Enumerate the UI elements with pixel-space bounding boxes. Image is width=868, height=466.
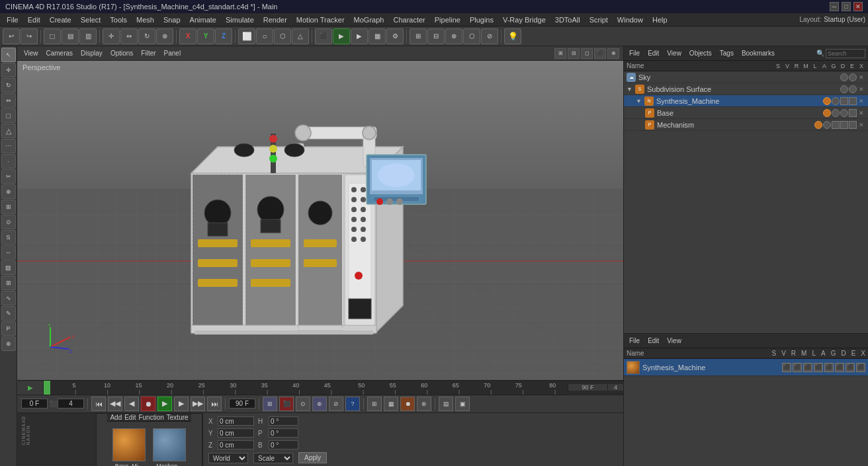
vp-menu-display[interactable]: Display (78, 49, 105, 58)
menu-character[interactable]: Character (389, 15, 429, 24)
mech-dot-1[interactable] (814, 121, 822, 129)
om-menu-edit[interactable]: Edit (645, 49, 662, 58)
redo-button[interactable]: ↪ (21, 28, 38, 44)
coord-scale-select[interactable]: Scale (253, 453, 293, 463)
sky-x[interactable]: ✕ (857, 73, 865, 81)
timeline-ruler[interactable]: 0 5 10 15 20 25 30 35 (44, 381, 568, 395)
mat-row-synthesis[interactable]: Synthesis_Machine ⬛ ⬛ ⬛ ⬛ ⬛ ⬛ ⬛ ⬛ (624, 359, 868, 376)
sky-dot-2[interactable] (849, 73, 857, 81)
vp-ctrl-4[interactable]: ⬛ (594, 48, 606, 59)
left-tool-magnet[interactable]: ⊕ (1, 184, 16, 199)
obj-row-synthesis-machine[interactable]: ▼ N Synthesis_Machine ✕ (624, 95, 868, 107)
left-tool-edge[interactable]: ⋯ (1, 139, 16, 153)
mat-edit-menu[interactable]: Edit (124, 414, 136, 421)
snap4-button[interactable]: ⊘ (481, 28, 498, 44)
syn-dot-2[interactable] (832, 97, 840, 105)
snap3-button[interactable]: ⬡ (463, 28, 480, 44)
menu-pipeline[interactable]: Pipeline (431, 15, 464, 24)
menu-select[interactable]: Select (77, 15, 105, 24)
record2-btn[interactable]: ⏺ (400, 397, 415, 411)
vp-menu-filter[interactable]: Filter (138, 49, 158, 58)
coord-z-input[interactable] (218, 440, 254, 449)
coord-apply-button[interactable]: Apply (298, 452, 327, 463)
render-active-button[interactable]: ▶ (351, 28, 368, 44)
menu-edit[interactable]: Edit (24, 15, 44, 24)
sub-dot-1[interactable] (840, 85, 848, 93)
z-axis-button[interactable]: Z (215, 28, 232, 44)
move-tool-button[interactable]: ✛ (103, 28, 120, 44)
record-button[interactable]: ⏺ (141, 397, 155, 411)
viewport-3d[interactable]: Perspective Grid Spacing : 100 cm (17, 61, 623, 380)
coord-x-input[interactable] (218, 416, 254, 426)
coord-b-input[interactable] (269, 440, 298, 449)
vp-menu-view[interactable]: View (21, 49, 41, 58)
left-tool-python[interactable]: P (1, 321, 16, 336)
cylinder-button[interactable]: ⬡ (274, 28, 291, 44)
om-menu-file[interactable]: File (627, 49, 642, 58)
keyframe-btn-1[interactable]: ⊞ (263, 397, 277, 411)
keyframe-btn-2[interactable]: ⬛ (279, 397, 294, 411)
mat-thumb-mechan[interactable]: Mechan... (152, 428, 188, 466)
mech-dot-2[interactable] (823, 121, 831, 129)
sphere-button[interactable]: ○ (256, 28, 273, 44)
mm-menu-view[interactable]: View (664, 336, 684, 345)
syn-sq-2[interactable] (849, 97, 857, 105)
base-dot-1[interactable] (823, 109, 831, 117)
left-tool-spline[interactable]: ∿ (1, 291, 16, 305)
new-button[interactable]: □ (44, 28, 61, 44)
left-tool-mirror[interactable]: ⊞ (1, 200, 16, 214)
close-button[interactable]: ✕ (853, 2, 863, 11)
left-tool-point[interactable]: · (1, 154, 16, 169)
snap-button[interactable]: ⊞ (410, 28, 427, 44)
keyframe-btn-3[interactable]: ⊙ (296, 397, 310, 411)
keyframe-btn-4[interactable]: ⊕ (312, 397, 327, 411)
mech-sq-3[interactable] (849, 121, 857, 129)
left-tool-measure[interactable]: ↔ (1, 245, 16, 260)
prev-frame-button[interactable]: ◀ (124, 397, 139, 411)
cube-button[interactable]: ⬜ (238, 28, 255, 44)
cone-button[interactable]: △ (292, 28, 309, 44)
mat-ctrl-7[interactable]: ⬛ (846, 363, 855, 372)
sky-dot-1[interactable] (840, 73, 848, 81)
menu-tools[interactable]: Tools (106, 15, 131, 24)
left-tool-knife[interactable]: ✂ (1, 169, 16, 184)
select-tool-button[interactable]: ⊕ (156, 28, 173, 44)
vp-ctrl-5[interactable]: ⊕ (607, 48, 619, 59)
quantize-button[interactable]: ⊟ (427, 28, 445, 44)
left-tool-extra[interactable]: ⊕ (1, 336, 16, 351)
render-region-button[interactable]: ⬛ (315, 28, 332, 44)
menu-snap[interactable]: Snap (159, 15, 185, 24)
left-tool-box[interactable]: □ (1, 108, 16, 123)
save-button[interactable]: ▥ (79, 28, 97, 44)
menu-script[interactable]: Script (586, 15, 612, 24)
left-tool-scale[interactable]: ⇔ (1, 93, 16, 108)
mat-ctrl-8[interactable]: ⬛ (856, 363, 865, 372)
mech-sq-2[interactable] (840, 121, 848, 129)
left-tool-rotate[interactable]: ↻ (1, 78, 16, 93)
mat-texture-menu[interactable]: Texture (167, 414, 189, 421)
obj-row-subdivision[interactable]: ▼ S Subdivision Surface ✕ (624, 83, 868, 95)
left-tool-sketch[interactable]: ✎ (1, 306, 16, 321)
mat-ctrl-6[interactable]: ⬛ (835, 363, 844, 372)
vp-ctrl-3[interactable]: ◻ (581, 48, 593, 59)
next-frame-button[interactable]: ▶ (174, 397, 189, 411)
menu-file[interactable]: File (3, 15, 22, 24)
y-axis-button[interactable]: Y (197, 28, 214, 44)
left-tool-move[interactable]: ✛ (1, 63, 16, 77)
vp-menu-panel[interactable]: Panel (161, 49, 184, 58)
mat-ctrl-2[interactable]: ⬛ (793, 363, 802, 372)
vp-ctrl-1[interactable]: ⊞ (554, 48, 566, 59)
undo-button[interactable]: ↩ (3, 28, 20, 44)
left-tool-texture[interactable]: ▨ (1, 260, 16, 275)
coord-h-input[interactable] (269, 416, 298, 426)
left-tool-bodypaint[interactable]: ⊞ (1, 276, 16, 290)
coord-space-select[interactable]: World Object (208, 453, 248, 463)
menu-render[interactable]: Render (259, 15, 291, 24)
mech-x[interactable]: ✕ (857, 121, 865, 129)
menu-mesh[interactable]: Mesh (132, 15, 158, 24)
menu-plugins[interactable]: Plugins (466, 15, 498, 24)
goto-start-button[interactable]: ⏮ (91, 397, 106, 411)
base-sq-1[interactable] (849, 109, 857, 117)
x-axis-button[interactable]: X (179, 28, 196, 44)
next-key-button[interactable]: ▶▶ (191, 397, 205, 411)
